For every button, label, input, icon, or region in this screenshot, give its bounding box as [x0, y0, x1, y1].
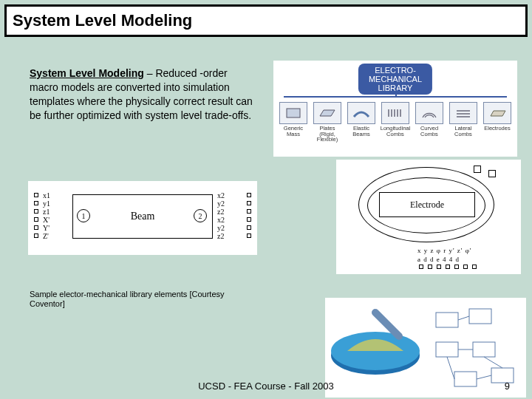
beam-right-ports: x2 y2 z2 x2 y2 z2 — [217, 191, 225, 240]
curved-combs-icon — [415, 102, 443, 124]
lib-label: Generic Mass — [284, 126, 303, 137]
lib-label: Longitudinal Combs — [381, 126, 410, 137]
beam-title: Beam — [131, 211, 155, 222]
port-label: y2 — [217, 200, 225, 208]
lib-label: Lateral Combs — [454, 126, 472, 137]
pin-icon — [34, 217, 38, 222]
lib-item-curved-combs: Curved Combs — [414, 102, 445, 143]
svg-marker-10 — [491, 111, 505, 116]
beam-port-1: 1 — [77, 209, 90, 222]
title-bar: System Level Modeling — [4, 4, 528, 37]
lib-label: Electrodes — [484, 126, 510, 132]
lib-item-plates: Plates (Rigid, Flexible) — [312, 102, 343, 143]
pin-icon — [247, 193, 251, 197]
pin-icon — [454, 265, 459, 269]
lib-label: Plates (Rigid, Flexible) — [317, 126, 338, 143]
page-title: System Level Modeling — [13, 11, 192, 30]
beam-element-diagram: Beam 1 2 x1 y1 z1 X' Y' Z' x2 y2 z2 x2 y… — [28, 181, 257, 255]
generic-mass-icon — [279, 102, 307, 124]
longitudinal-combs-icon — [381, 102, 409, 124]
port-label: X' — [43, 216, 50, 224]
lib-item-lateral-combs: Lateral Combs — [448, 102, 479, 143]
port-label: x2 — [217, 216, 225, 224]
slide-footer: UCSD - FEA Course - Fall 2003 — [0, 381, 532, 392]
pin-icon — [247, 201, 251, 205]
electrode-element-diagram: Electrode x y z φ r y' z' φ' a d d e 4 4… — [336, 160, 521, 274]
pin-icon — [463, 265, 468, 269]
lib-label: Elastic Beams — [352, 126, 369, 137]
lib-item-electrodes: Electrodes — [482, 102, 513, 143]
beam-left-ports: x1 y1 z1 X' Y' Z' — [43, 191, 50, 240]
tree-branch — [284, 96, 507, 98]
pin-icon — [247, 225, 251, 230]
description-lead: System Level Modeling — [30, 67, 144, 79]
pin-icon — [437, 265, 441, 269]
beam-rect: Beam — [72, 194, 213, 239]
library-items-row: Generic Mass Plates (Rigid, Flexible) El… — [278, 102, 513, 143]
figure-caption: Sample elector-mechanical library elemen… — [30, 290, 251, 309]
pin-icon — [247, 209, 251, 214]
tree-trunk — [395, 87, 397, 96]
pin-icon — [34, 201, 38, 205]
pin-icon — [419, 265, 423, 269]
port-label: z1 — [43, 208, 50, 216]
port-label: y1 — [43, 200, 50, 208]
pin-icon — [34, 225, 38, 230]
electrode-title: Electrode — [410, 200, 444, 211]
page-number: 9 — [505, 381, 510, 392]
lib-header-l2: MECHANICAL — [369, 75, 422, 83]
pin-icon — [34, 193, 38, 197]
lib-item-longitudinal-combs: Longitudinal Combs — [380, 102, 411, 143]
lib-item-elastic-beams: Elastic Beams — [346, 102, 377, 143]
svg-rect-0 — [287, 109, 300, 117]
port-label: y2 — [217, 224, 225, 232]
port-label: z2 — [217, 208, 225, 216]
port-label: x1 — [43, 191, 50, 200]
pin-icon — [472, 265, 477, 269]
electrode-sq-icon — [474, 166, 481, 173]
description-paragraph: System Level Modeling – Reduced -order m… — [30, 66, 259, 123]
port-label: x2 — [217, 191, 225, 200]
library-tree-diagram: ELECTRO- MECHANICAL LIBRARY Generic Mass… — [273, 61, 517, 157]
lib-header-l1: ELECTRO- — [369, 66, 422, 75]
lib-label: Curved Combs — [420, 126, 438, 137]
electrode-rect: Electrode — [379, 192, 475, 217]
svg-marker-1 — [320, 110, 335, 116]
pin-icon — [247, 217, 251, 222]
beam-port-2: 2 — [194, 209, 207, 222]
pin-icon — [247, 233, 251, 238]
pin-icon — [34, 209, 38, 214]
lib-item-generic-mass: Generic Mass — [278, 102, 309, 143]
electrode-port-row2: a d d e 4 4 d — [417, 256, 460, 263]
pin-icon — [34, 233, 38, 238]
pin-icon — [446, 265, 450, 269]
electrode-sq-icon — [488, 170, 496, 177]
pin-icon — [428, 265, 432, 269]
electrode-port-row1: x y z φ r y' z' φ' — [417, 247, 472, 254]
elastic-beams-icon — [347, 102, 375, 124]
electrodes-icon — [483, 102, 511, 124]
port-label: Y' — [43, 224, 50, 232]
plates-icon — [313, 102, 341, 124]
port-label: Z' — [43, 232, 50, 240]
lateral-combs-icon — [449, 102, 477, 124]
port-label: z2 — [217, 232, 225, 240]
